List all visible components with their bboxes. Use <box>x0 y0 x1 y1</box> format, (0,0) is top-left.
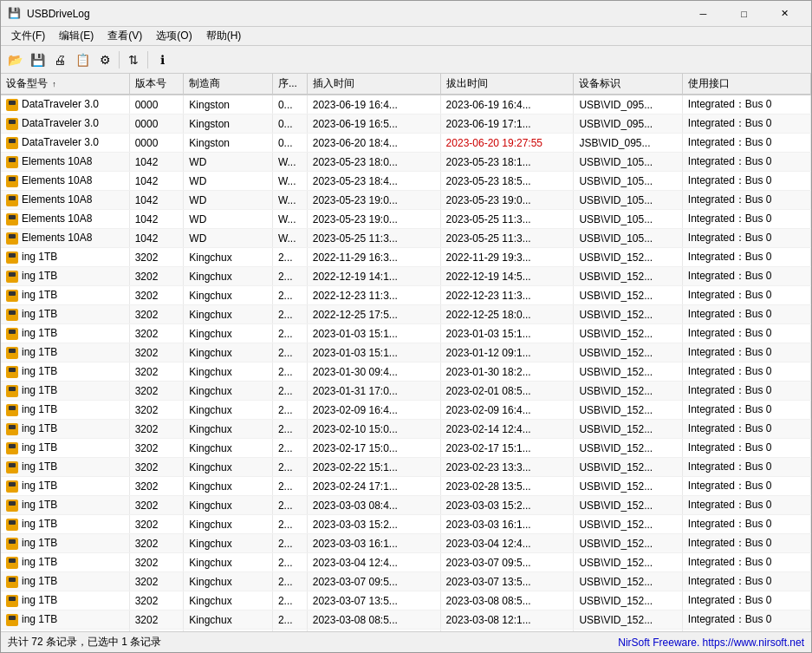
table-row[interactable]: Elements 10A81042WDW...2023-05-23 19:0..… <box>1 191 811 210</box>
table-row[interactable]: ing 1TB3202Kingchux2...2023-01-30 09:4..… <box>1 362 811 382</box>
table-row[interactable]: ing 1TB3202Kingchux2...2023-02-17 15:0..… <box>1 439 811 458</box>
cell-insertTime: 2023-03-04 12:4... <box>307 553 440 572</box>
cell-deviceModel: ing 1TB <box>1 591 129 611</box>
cell-insertTime: 2023-01-03 15:1... <box>307 343 440 362</box>
cell-insertTime: 2023-03-08 08:5... <box>307 611 440 630</box>
table-row[interactable]: ing 1TB3202Kingchux2...2022-12-23 11:3..… <box>1 286 811 305</box>
col-header-serial[interactable]: 序... <box>272 74 307 95</box>
drive-icon <box>6 442 18 454</box>
cell-version: 0000 <box>129 134 184 153</box>
table-row[interactable]: Elements 10A81042WDW...2023-05-23 18:0..… <box>1 153 811 172</box>
menu-file[interactable]: 文件(F) <box>4 27 52 45</box>
cell-version: 3202 <box>129 286 184 305</box>
cell-insertTime: 2023-03-07 09:5... <box>307 572 440 591</box>
cell-ejectTime: 2023-03-08 12:1... <box>440 611 574 630</box>
menu-options[interactable]: 选项(O) <box>149 27 198 45</box>
cell-maker: Kingston <box>184 114 273 134</box>
col-header-devid[interactable]: 设备标识 <box>574 74 682 95</box>
cell-maker: Kingchux <box>184 382 273 401</box>
cell-version: 3202 <box>129 324 184 343</box>
table-row[interactable]: Elements 10A81042WDW...2023-05-23 19:0..… <box>1 210 811 229</box>
table-row[interactable]: ing 1TB3202Kingchux2...2022-12-25 17:5..… <box>1 305 811 324</box>
drive-icon <box>6 175 18 187</box>
table-row[interactable]: ing 1TB3202Kingchux2...2023-03-04 12:4..… <box>1 553 811 572</box>
col-header-version[interactable]: 版本号 <box>129 74 184 95</box>
cell-version: 3202 <box>129 515 184 534</box>
col-header-eject[interactable]: 拔出时间 <box>440 74 574 95</box>
table-row[interactable]: ing 1TB3202Kingchux2...2023-03-03 08:4..… <box>1 496 811 515</box>
copy-button[interactable]: 📋 <box>72 49 93 70</box>
cell-deviceId: USB\VID_105... <box>574 153 682 172</box>
cell-deviceModel: DataTraveler 3.0 <box>1 134 129 153</box>
drive-icon <box>6 614 18 626</box>
drive-icon <box>6 213 18 225</box>
table-row[interactable]: DataTraveler 3.00000Kingston0...2023-06-… <box>1 95 811 114</box>
sort-button[interactable]: ⇅ <box>123 49 144 70</box>
table-row[interactable]: DataTraveler 3.00000Kingston0...2023-06-… <box>1 114 811 134</box>
cell-version: 3202 <box>129 458 184 477</box>
toolbar-separator-2 <box>147 51 148 69</box>
cell-deviceId: USB\VID_105... <box>574 191 682 210</box>
table-row[interactable]: ing 1TB3202Kingchux2...2023-02-24 17:1..… <box>1 477 811 496</box>
status-left-text: 共计 72 条记录，已选中 1 条记录 <box>8 635 618 650</box>
col-header-insert[interactable]: 插入时间 <box>307 74 440 95</box>
cell-maker: Kingchux <box>184 553 273 572</box>
cell-insertTime: 2023-05-23 19:0... <box>307 191 440 210</box>
col-header-maker[interactable]: 制造商 <box>184 74 273 95</box>
table-row[interactable]: ing 1TB3202Kingchux2...2023-02-10 15:0..… <box>1 420 811 439</box>
table-container[interactable]: 设备型号 ↑ 版本号 制造商 序... 插入时间 拔出时间 <box>1 74 811 631</box>
cell-maker: Kingchux <box>184 611 273 630</box>
cell-insertTime: 2023-03-03 08:4... <box>307 496 440 515</box>
drive-icon <box>6 347 18 359</box>
info-button[interactable]: ℹ <box>152 49 172 70</box>
table-row[interactable]: ing 1TB3202Kingchux2...2023-03-07 09:5..… <box>1 572 811 591</box>
save-button[interactable]: 💾 <box>27 49 48 70</box>
table-row[interactable]: ing 1TB3202Kingchux2...2023-03-03 16:1..… <box>1 534 811 553</box>
cell-insertTime: 2023-01-03 15:1... <box>307 324 440 343</box>
cell-deviceId: USB\VID_152... <box>574 324 682 343</box>
cell-port: Integrated：Bus 0 <box>682 401 810 420</box>
cell-maker: WD <box>184 153 273 172</box>
table-row[interactable]: ing 1TB3202Kingchux2...2023-03-03 15:2..… <box>1 515 811 534</box>
cell-deviceId: USB\VID_152... <box>574 248 682 267</box>
cell-deviceModel: ing 1TB <box>1 305 129 324</box>
cell-deviceId: USB\VID_152... <box>574 477 682 496</box>
cell-maker: WD <box>184 229 273 248</box>
cell-version: 1042 <box>129 210 184 229</box>
cell-port: Integrated：Bus 0 <box>682 496 810 515</box>
menu-view[interactable]: 查看(V) <box>101 27 149 45</box>
cell-version: 3202 <box>129 496 184 515</box>
table-row[interactable]: ing 1TB3202Kingchux2...2023-02-09 16:4..… <box>1 401 811 420</box>
menu-help[interactable]: 帮助(H) <box>199 27 249 45</box>
table-row[interactable]: ing 1TB3202Kingchux2...2022-11-29 16:3..… <box>1 248 811 267</box>
cell-maker: Kingchux <box>184 572 273 591</box>
table-row[interactable]: ing 1TB3202Kingchux2...2022-12-19 14:1..… <box>1 267 811 286</box>
menu-edit[interactable]: 编辑(E) <box>52 27 101 45</box>
table-row[interactable]: ing 1TB3202Kingchux2...2023-03-07 13:5..… <box>1 591 811 611</box>
table-row[interactable]: ing 1TB3202Kingchux2...2023-01-03 15:1..… <box>1 324 811 343</box>
table-row[interactable]: ing 1TB3202Kingchux2...2023-01-31 17:0..… <box>1 382 811 401</box>
table-row[interactable]: ing 1TB3202Kingchux2...2023-02-22 15:1..… <box>1 458 811 477</box>
drive-icon <box>6 290 18 302</box>
drive-icon <box>6 461 18 473</box>
cell-deviceModel: ing 1TB <box>1 458 129 477</box>
table-row[interactable]: ing 1TB3202Kingchux2...2023-01-03 15:1..… <box>1 343 811 362</box>
cell-version: 3202 <box>129 439 184 458</box>
table-row[interactable]: DataTraveler 3.00000Kingston0...2023-06-… <box>1 134 811 153</box>
table-row[interactable]: Elements 10A81042WDW...2023-05-25 11:3..… <box>1 229 811 248</box>
cell-version: 3202 <box>129 572 184 591</box>
cell-deviceId: USB\VID_105... <box>574 172 682 191</box>
print-button[interactable]: 🖨 <box>49 49 70 70</box>
open-button[interactable]: 📂 <box>4 49 25 70</box>
close-button[interactable]: ✕ <box>765 4 804 23</box>
settings-button[interactable]: ⚙ <box>94 49 115 70</box>
cell-version: 3202 <box>129 477 184 496</box>
cell-serial: 2... <box>272 496 307 515</box>
maximize-button[interactable]: □ <box>724 4 763 23</box>
table-row[interactable]: ing 1TB3202Kingchux2...2023-03-08 08:5..… <box>1 611 811 630</box>
table-row[interactable]: Elements 10A81042WDW...2023-05-23 18:4..… <box>1 172 811 191</box>
cell-maker: Kingchux <box>184 362 273 382</box>
col-header-device[interactable]: 设备型号 ↑ <box>1 74 129 95</box>
minimize-button[interactable]: ─ <box>684 4 723 23</box>
col-header-port[interactable]: 使用接口 <box>682 74 810 95</box>
